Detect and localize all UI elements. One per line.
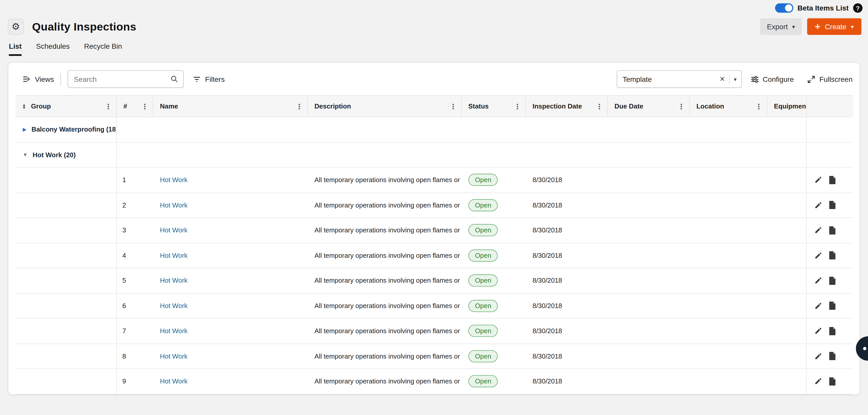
column-label: Due Date bbox=[614, 102, 643, 110]
tab-recycle-bin[interactable]: Recycle Bin bbox=[84, 42, 122, 56]
status-badge: Open bbox=[468, 199, 498, 211]
help-icon[interactable]: ? bbox=[853, 3, 863, 13]
header-actions: Export ▾ + Create ▾ bbox=[760, 18, 861, 35]
edit-pencil-icon[interactable] bbox=[814, 201, 822, 209]
row-number: 9 bbox=[117, 369, 153, 394]
sort-icon[interactable]: ▲▼ bbox=[22, 103, 26, 109]
group-caret-icon[interactable]: ▼ bbox=[23, 152, 27, 158]
document-icon[interactable] bbox=[829, 327, 836, 335]
column-header-due-date[interactable]: Due Date ⋮ bbox=[608, 96, 690, 117]
edit-pencil-icon[interactable] bbox=[814, 378, 822, 385]
row-name-link[interactable]: Hot Work bbox=[160, 302, 187, 310]
column-header-description[interactable]: Description ⋮ bbox=[308, 96, 462, 117]
group-cell[interactable]: ▼ Hot Work (20) bbox=[16, 142, 117, 167]
group-caret-icon[interactable]: ▶ bbox=[23, 127, 26, 132]
export-button[interactable]: Export ▾ bbox=[760, 18, 802, 35]
kebab-menu-icon[interactable]: ⋮ bbox=[140, 102, 150, 110]
row-name-link[interactable]: Hot Work bbox=[160, 352, 187, 360]
edit-pencil-icon[interactable] bbox=[814, 302, 822, 310]
row-name-link[interactable]: Hot Work bbox=[160, 176, 187, 184]
column-header-number[interactable]: # ⋮ bbox=[117, 96, 153, 117]
row-inspection-date: 8/30/2018 bbox=[526, 193, 608, 218]
fullscreen-icon bbox=[807, 75, 815, 83]
column-label: Description bbox=[314, 102, 351, 110]
edit-pencil-icon[interactable] bbox=[814, 226, 822, 234]
column-header-status[interactable]: Status ⋮ bbox=[462, 96, 526, 117]
row-due-date bbox=[608, 218, 690, 243]
chat-bubble-dot bbox=[863, 347, 866, 350]
document-icon[interactable] bbox=[829, 377, 836, 385]
column-header-location[interactable]: Location ⋮ bbox=[690, 96, 767, 117]
table-row: 7 Hot Work All temporary operations invo… bbox=[16, 319, 852, 344]
beta-items-toggle[interactable] bbox=[775, 3, 793, 13]
kebab-menu-icon[interactable]: ⋮ bbox=[103, 102, 113, 110]
search-icon[interactable] bbox=[171, 75, 184, 83]
filters-button[interactable]: Filters bbox=[193, 75, 225, 83]
table-row: 8 Hot Work All temporary operations invo… bbox=[16, 344, 852, 369]
row-due-date bbox=[608, 193, 690, 218]
create-button[interactable]: + Create ▾ bbox=[807, 18, 861, 35]
row-inspection-date: 8/30/2018 bbox=[526, 243, 608, 268]
row-name-link[interactable]: Hot Work bbox=[160, 226, 187, 234]
document-icon[interactable] bbox=[829, 176, 836, 184]
row-location bbox=[690, 193, 767, 218]
edit-pencil-icon[interactable] bbox=[814, 176, 822, 184]
column-label: # bbox=[123, 102, 127, 110]
row-name-link[interactable]: Hot Work bbox=[160, 252, 187, 259]
column-header-name[interactable]: Name ⋮ bbox=[153, 96, 308, 117]
group-row-spacer bbox=[117, 142, 806, 167]
edit-pencil-icon[interactable] bbox=[814, 277, 822, 284]
row-inspection-date: 8/30/2018 bbox=[526, 369, 608, 394]
kebab-menu-icon[interactable]: ⋮ bbox=[294, 102, 304, 110]
export-label: Export bbox=[767, 22, 788, 31]
row-location bbox=[690, 369, 767, 394]
chevron-down-icon[interactable]: ▾ bbox=[730, 76, 741, 82]
document-icon[interactable] bbox=[829, 277, 836, 285]
row-inspection-date: 8/30/2018 bbox=[526, 218, 608, 243]
row-name-link[interactable]: Hot Work bbox=[160, 378, 187, 385]
group-label: Balcony Waterproofing (18) bbox=[32, 126, 117, 133]
template-select[interactable]: Template ✕ ▾ bbox=[617, 70, 741, 88]
column-header-group[interactable]: ▲▼ Group ⋮ bbox=[16, 96, 117, 117]
tab-list[interactable]: List bbox=[9, 42, 22, 56]
chevron-down-icon: ▾ bbox=[792, 24, 795, 30]
row-group-cell bbox=[16, 193, 117, 218]
document-icon[interactable] bbox=[829, 301, 836, 310]
search-input[interactable] bbox=[68, 75, 171, 83]
configure-button[interactable]: Configure bbox=[750, 75, 794, 83]
table-row: 6 Hot Work All temporary operations invo… bbox=[16, 293, 852, 319]
tab-schedules[interactable]: Schedules bbox=[36, 42, 69, 56]
kebab-menu-icon[interactable]: ⋮ bbox=[677, 102, 686, 110]
kebab-menu-icon[interactable]: ⋮ bbox=[448, 102, 458, 110]
document-icon[interactable] bbox=[829, 226, 836, 234]
group-cell[interactable]: ▶ Balcony Waterproofing (18) bbox=[16, 117, 117, 142]
row-equipment bbox=[767, 319, 806, 343]
row-name-link[interactable]: Hot Work bbox=[160, 327, 187, 335]
row-name-link[interactable]: Hot Work bbox=[160, 201, 187, 209]
document-icon[interactable] bbox=[829, 251, 836, 260]
inspections-table: ▲▼ Group ⋮ # ⋮ Name ⋮ Description ⋮ St bbox=[16, 95, 852, 394]
fullscreen-button[interactable]: Fullscreen bbox=[807, 75, 852, 83]
row-name-link[interactable]: Hot Work bbox=[160, 277, 187, 284]
document-icon[interactable] bbox=[829, 201, 836, 209]
row-description: All temporary operations involving open … bbox=[308, 218, 462, 243]
views-button[interactable]: Views bbox=[16, 75, 54, 84]
row-location bbox=[690, 243, 767, 268]
row-inspection-date: 8/30/2018 bbox=[526, 293, 608, 318]
edit-pencil-icon[interactable] bbox=[814, 252, 822, 259]
filter-icon bbox=[193, 75, 201, 83]
kebab-menu-icon[interactable]: ⋮ bbox=[595, 102, 604, 110]
clear-icon[interactable]: ✕ bbox=[716, 75, 729, 83]
views-icon bbox=[22, 75, 31, 84]
edit-pencil-icon[interactable] bbox=[814, 327, 822, 335]
list-toolbar: Views Filters Template ✕ ▾ bbox=[16, 70, 852, 89]
edit-pencil-icon[interactable] bbox=[814, 352, 822, 360]
column-header-inspection-date[interactable]: Inspection Date ⋮ bbox=[526, 96, 608, 117]
toolbar-divider bbox=[61, 73, 61, 85]
row-location bbox=[690, 344, 767, 369]
kebab-menu-icon[interactable]: ⋮ bbox=[754, 102, 764, 110]
kebab-menu-icon[interactable]: ⋮ bbox=[513, 102, 522, 110]
column-header-equipment[interactable]: Equipment bbox=[767, 96, 806, 117]
status-badge: Open bbox=[468, 375, 498, 388]
document-icon[interactable] bbox=[829, 352, 836, 360]
